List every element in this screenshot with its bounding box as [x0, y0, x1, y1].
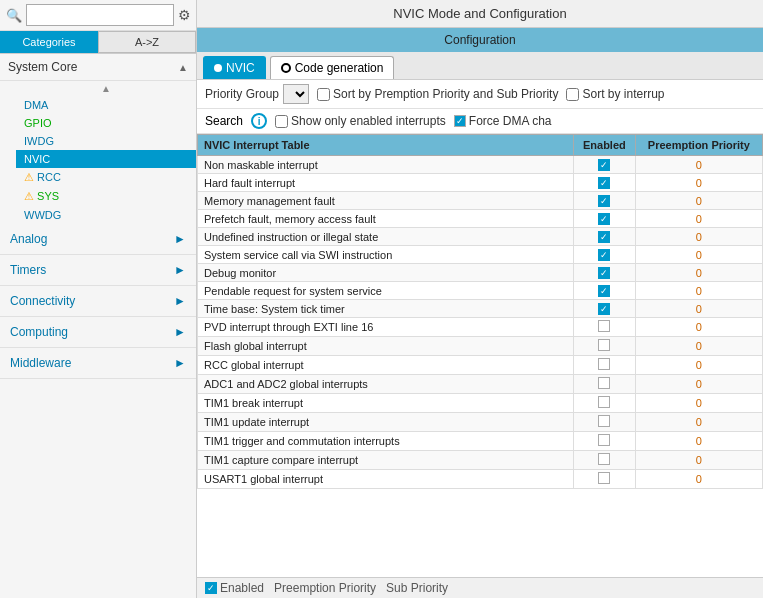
sidebar-section-analog[interactable]: Analog ► [0, 224, 196, 255]
enabled-cell[interactable]: ✓ [574, 156, 636, 174]
table-row: Prefetch fault, memory access fault✓0 [198, 210, 763, 228]
middleware-label: Middleware [10, 356, 71, 370]
main-panel: NVIC Mode and Configuration Configuratio… [197, 0, 763, 598]
enabled-cell[interactable]: ✓ [574, 300, 636, 318]
config-panel: Configuration NVIC Code generation Prior… [197, 28, 763, 598]
table-row: Flash global interrupt0 [198, 337, 763, 356]
interrupt-name: USART1 global interrupt [198, 470, 574, 489]
enabled-unchecked-icon[interactable] [598, 358, 610, 370]
priority-group-select[interactable] [283, 84, 309, 104]
search-row: Search i Show only enabled interrupts ✓ … [197, 109, 763, 134]
computing-chevron-icon: ► [174, 325, 186, 339]
timers-label: Timers [10, 263, 46, 277]
interrupt-name: RCC global interrupt [198, 356, 574, 375]
enabled-unchecked-icon[interactable] [598, 377, 610, 389]
sidebar-search-bar: 🔍 ⚙ [0, 0, 196, 31]
enabled-cell[interactable]: ✓ [574, 210, 636, 228]
sidebar-item-nvic[interactable]: NVIC [16, 150, 196, 168]
gear-icon[interactable]: ⚙ [178, 7, 191, 23]
sort-interrupt-label[interactable]: Sort by interrup [566, 87, 664, 101]
enabled-cell[interactable] [574, 413, 636, 432]
enabled-cell[interactable] [574, 394, 636, 413]
search-info-icon[interactable]: i [251, 113, 267, 129]
sidebar-item-sys[interactable]: SYS [16, 187, 196, 206]
col-header-interrupt: NVIC Interrupt Table [198, 135, 574, 156]
window-title: NVIC Mode and Configuration [197, 0, 763, 28]
enabled-unchecked-icon[interactable] [598, 415, 610, 427]
table-row: ADC1 and ADC2 global interrupts0 [198, 375, 763, 394]
table-row: Memory management fault✓0 [198, 192, 763, 210]
interrupt-name: PVD interrupt through EXTI line 16 [198, 318, 574, 337]
preemption-cell: 0 [635, 174, 762, 192]
enabled-unchecked-icon[interactable] [598, 472, 610, 484]
show-enabled-label[interactable]: Show only enabled interrupts [275, 114, 446, 128]
nvic-table: NVIC Interrupt Table Enabled Preemption … [197, 134, 763, 489]
enabled-cell[interactable]: ✓ [574, 174, 636, 192]
preemption-value: 0 [696, 378, 702, 390]
code-gen-tab-label: Code generation [295, 61, 384, 75]
force-dma-label[interactable]: ✓ Force DMA cha [454, 114, 552, 128]
enabled-unchecked-icon[interactable] [598, 320, 610, 332]
footer-enabled-label: ✓ Enabled [205, 581, 264, 595]
table-row: TIM1 break interrupt0 [198, 394, 763, 413]
enabled-cell[interactable] [574, 375, 636, 394]
col-header-enabled: Enabled [574, 135, 636, 156]
analog-chevron-icon: ► [174, 232, 186, 246]
enabled-cell[interactable] [574, 337, 636, 356]
tab-atoz[interactable]: A->Z [98, 31, 196, 53]
enabled-unchecked-icon[interactable] [598, 453, 610, 465]
preemption-value: 0 [696, 159, 702, 171]
preemption-cell: 0 [635, 432, 762, 451]
enabled-checked-icon: ✓ [598, 177, 610, 189]
sidebar-item-gpio[interactable]: GPIO [16, 114, 196, 132]
nvic-table-container[interactable]: NVIC Interrupt Table Enabled Preemption … [197, 134, 763, 577]
enabled-checked-icon: ✓ [598, 159, 610, 171]
interrupt-name: Memory management fault [198, 192, 574, 210]
enabled-cell[interactable]: ✓ [574, 264, 636, 282]
code-gen-circle-icon [281, 63, 291, 73]
enabled-cell[interactable] [574, 470, 636, 489]
show-enabled-checkbox[interactable] [275, 115, 288, 128]
sidebar-section-connectivity[interactable]: Connectivity ► [0, 286, 196, 317]
enabled-unchecked-icon[interactable] [598, 339, 610, 351]
sidebar-item-wwdg[interactable]: WWDG [16, 206, 196, 224]
sidebar-search-input[interactable] [26, 4, 174, 26]
sidebar-section-timers[interactable]: Timers ► [0, 255, 196, 286]
preemption-cell: 0 [635, 228, 762, 246]
preemption-value: 0 [696, 177, 702, 189]
enabled-cell[interactable]: ✓ [574, 192, 636, 210]
preemption-cell: 0 [635, 413, 762, 432]
system-core-header[interactable]: System Core ▲ [0, 54, 196, 81]
enabled-unchecked-icon[interactable] [598, 434, 610, 446]
enabled-cell[interactable] [574, 451, 636, 470]
sort-interrupt-checkbox[interactable] [566, 88, 579, 101]
tab-code-generation[interactable]: Code generation [270, 56, 395, 79]
interrupt-name: Debug monitor [198, 264, 574, 282]
enabled-cell[interactable] [574, 318, 636, 337]
enabled-cell[interactable]: ✓ [574, 228, 636, 246]
sidebar-item-dma[interactable]: DMA [16, 96, 196, 114]
timers-chevron-icon: ► [174, 263, 186, 277]
enabled-cell[interactable]: ✓ [574, 246, 636, 264]
sidebar-item-iwdg[interactable]: IWDG [16, 132, 196, 150]
enabled-cell[interactable] [574, 356, 636, 375]
preemption-cell: 0 [635, 300, 762, 318]
nvic-dot-icon [214, 64, 222, 72]
enabled-cell[interactable] [574, 432, 636, 451]
sort-preemption-checkbox[interactable] [317, 88, 330, 101]
interrupt-name: ADC1 and ADC2 global interrupts [198, 375, 574, 394]
tab-nvic[interactable]: NVIC [203, 56, 266, 79]
sidebar-section-middleware[interactable]: Middleware ► [0, 348, 196, 379]
sidebar-section-computing[interactable]: Computing ► [0, 317, 196, 348]
interrupt-name: Undefined instruction or illegal state [198, 228, 574, 246]
table-row: System service call via SWI instruction✓… [198, 246, 763, 264]
enabled-checked-icon: ✓ [598, 213, 610, 225]
enabled-checked-icon: ✓ [598, 231, 610, 243]
table-row: Undefined instruction or illegal state✓0 [198, 228, 763, 246]
enabled-unchecked-icon[interactable] [598, 396, 610, 408]
tab-categories[interactable]: Categories [0, 31, 98, 53]
sort-preemption-label[interactable]: Sort by Premption Priority and Sub Prior… [317, 87, 558, 101]
enabled-cell[interactable]: ✓ [574, 282, 636, 300]
preemption-cell: 0 [635, 264, 762, 282]
sidebar-item-rcc[interactable]: RCC [16, 168, 196, 187]
